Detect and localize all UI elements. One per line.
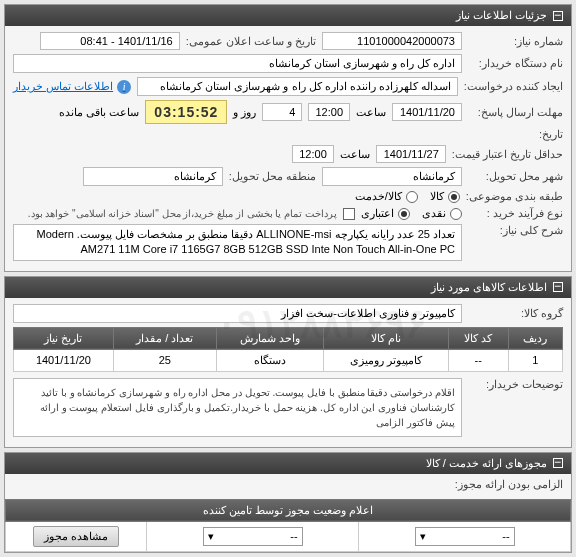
select-value: -- — [290, 530, 297, 542]
need-no-label: شماره نیاز: — [468, 35, 563, 48]
licenses-panel: مجوزهای ارائه خدمت / کالا الزامی بودن ار… — [4, 452, 572, 553]
collapse-icon[interactable] — [553, 282, 563, 292]
cell-unit: دستگاه — [216, 349, 323, 371]
panel-header-need[interactable]: جزئیات اطلاعات نیاز — [5, 5, 571, 26]
collapse-icon[interactable] — [553, 11, 563, 21]
buyer-notes-box: اقلام درخواستی دقیقا منطبق با فایل پیوست… — [13, 378, 462, 437]
col-code: کد کالا — [448, 327, 508, 349]
deadline-label: مهلت ارسال پاسخ: — [468, 106, 563, 119]
panel-title: اطلاعات کالاهای مورد نیاز — [431, 281, 547, 294]
time-word1: ساعت — [356, 106, 386, 119]
license-select-2[interactable]: -- — [203, 527, 303, 546]
cell-code: -- — [448, 349, 508, 371]
creator-label: ایجاد کننده درخواست: — [464, 80, 563, 93]
deliver-city-label: شهر محل تحویل: — [468, 170, 563, 183]
treasury-checkbox[interactable] — [343, 208, 355, 220]
select-value: -- — [502, 530, 509, 542]
process-label: نوع فرآیند خرید : — [468, 207, 563, 220]
unit-method-label: طبقه بندی موضوعی: — [466, 190, 563, 203]
radio-credit-label: اعتباری — [361, 207, 394, 220]
desc-label: شرح کلی نیاز: — [468, 224, 563, 237]
min-credit-label: حداقل تاریخ اعتبار قیمت: — [452, 148, 563, 161]
days-word: روز و — [233, 106, 256, 119]
group-label: گروه کالا: — [468, 307, 563, 320]
group-field: کامپیوتر و فناوری اطلاعات-سخت افزار — [13, 304, 462, 323]
goods-service-radio: کالا کالا/خدمت — [355, 190, 460, 203]
radio-credit[interactable]: اعتباری — [361, 207, 410, 220]
buyer-label: نام دستگاه خریدار: — [468, 57, 563, 70]
info-icon: i — [117, 80, 131, 94]
license-select-1[interactable]: -- — [415, 527, 515, 546]
days-value: 4 — [262, 103, 302, 121]
cell-date: 1401/11/20 — [14, 349, 114, 371]
countdown-timer: 03:15:52 — [145, 100, 227, 124]
payment-radio: نقدی اعتباری — [361, 207, 462, 220]
radio-dot-icon — [398, 208, 410, 220]
desc-field: تعداد 25 عدد رایانه یکپارچه ALLINONE-msi… — [13, 224, 462, 261]
need-details-panel: جزئیات اطلاعات نیاز شماره نیاز: 11010000… — [4, 4, 572, 272]
panel-title: مجوزهای ارائه خدمت / کالا — [426, 457, 547, 470]
time-word2: ساعت — [340, 148, 370, 161]
col-qty: تعداد / مقدار — [113, 327, 216, 349]
contact-link-text: اطلاعات تماس خریدار — [13, 80, 113, 93]
treasury-note: پرداخت تمام یا بخشی از مبلغ خرید،از محل … — [28, 208, 337, 219]
panel-header-licenses[interactable]: مجوزهای ارائه خدمت / کالا — [5, 453, 571, 474]
table-header-row: ردیف کد کالا نام کالا واحد شمارش تعداد /… — [14, 327, 563, 349]
mandatory-label: الزامی بودن ارائه مجوز: — [443, 478, 563, 491]
radio-dot-icon — [450, 208, 462, 220]
radio-dot-icon — [406, 191, 418, 203]
date-label: تاریخ: — [468, 128, 563, 141]
deliver-region: کرمانشاه — [83, 167, 223, 186]
buyer-contact-link[interactable]: i اطلاعات تماس خریدار — [13, 80, 131, 94]
radio-dot-icon — [448, 191, 460, 203]
announce-field: 1401/11/16 - 08:41 — [40, 32, 180, 50]
goods-info-panel: اطلاعات کالاهای مورد نیاز گروه کالا: کام… — [4, 276, 572, 448]
status-header: اعلام وضعیت مجوز توسط تامین کننده — [6, 499, 571, 521]
deadline-date: 1401/11/20 — [392, 103, 462, 121]
creator-field: اسداله کلهرزاده راننده اداره کل راه و شه… — [137, 77, 458, 96]
col-unit: واحد شمارش — [216, 327, 323, 349]
radio-goods-label: کالا — [430, 190, 444, 203]
buyer-field: اداره کل راه و شهرسازی استان کرمانشاه — [13, 54, 462, 73]
cell-name: کامپیوتر رومیزی — [323, 349, 448, 371]
collapse-icon[interactable] — [553, 458, 563, 468]
panel-header-goods[interactable]: اطلاعات کالاهای مورد نیاز — [5, 277, 571, 298]
license-row: -- -- مشاهده مجوز — [6, 521, 571, 551]
col-date: تاریخ نیاز — [14, 327, 114, 349]
panel-title: جزئیات اطلاعات نیاز — [456, 9, 547, 22]
cell-qty: 25 — [113, 349, 216, 371]
remain-word: ساعت باقی مانده — [59, 106, 139, 119]
radio-goods[interactable]: کالا — [430, 190, 460, 203]
announce-label: تاریخ و ساعت اعلان عمومی: — [186, 35, 316, 48]
cell-row: 1 — [508, 349, 562, 371]
radio-service[interactable]: کالا/خدمت — [355, 190, 418, 203]
radio-cash[interactable]: نقدی — [422, 207, 462, 220]
goods-table: ردیف کد کالا نام کالا واحد شمارش تعداد /… — [13, 327, 563, 372]
col-name: نام کالا — [323, 327, 448, 349]
license-table: اعلام وضعیت مجوز توسط تامین کننده -- -- — [5, 499, 571, 552]
radio-service-label: کالا/خدمت — [355, 190, 402, 203]
col-row: ردیف — [508, 327, 562, 349]
buyer-notes-label: توضیحات خریدار: — [468, 378, 563, 391]
deliver-region-label: منطقه محل تحویل: — [229, 170, 316, 183]
table-row[interactable]: 1 -- کامپیوتر رومیزی دستگاه 25 1401/11/2… — [14, 349, 563, 371]
min-credit-date: 1401/11/27 — [376, 145, 446, 163]
radio-cash-label: نقدی — [422, 207, 446, 220]
min-credit-time: 12:00 — [292, 145, 334, 163]
need-no-field: 1101000042000073 — [322, 32, 462, 50]
view-license-button[interactable]: مشاهده مجوز — [33, 526, 119, 547]
deadline-time: 12:00 — [308, 103, 350, 121]
deliver-city: کرمانشاه — [322, 167, 462, 186]
